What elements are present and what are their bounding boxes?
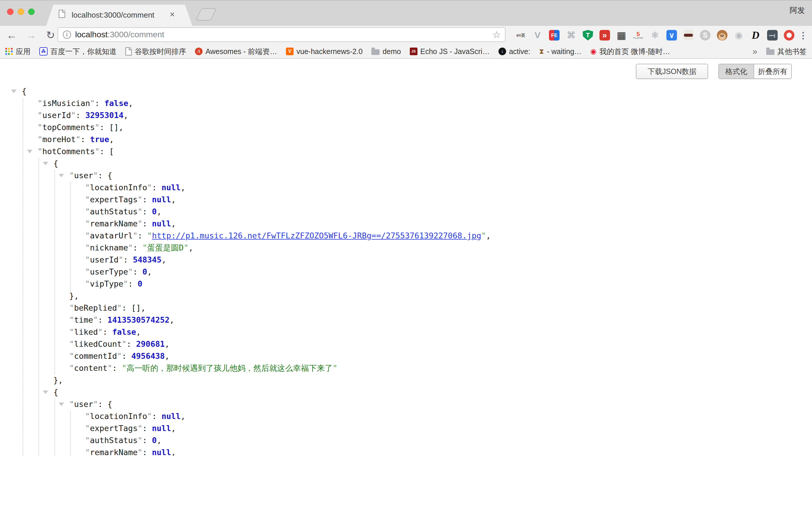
json-punctuation: }, [53,375,63,384]
fullscreen-window-button[interactable] [28,8,35,15]
json-value: 1413530574252 [108,315,169,324]
json-line: "user": { [0,169,812,181]
json-line: "userId": 548345, [0,254,812,266]
json-punctuation: , [124,111,128,120]
json-punctuation: , [180,412,185,421]
json-punctuation: , [165,351,169,361]
json-punctuation: , [171,448,176,456]
json-line: "locationInfo": null, [0,181,812,194]
json-punctuation: : { [98,171,112,180]
json-key: locationInfo [90,412,147,421]
json-value: 0 [152,207,157,216]
json-punctuation: : [76,111,85,120]
json-punctuation: : [128,279,138,288]
json-punctuation: : [152,183,162,192]
json-punctuation: : [152,412,162,421]
json-value: 32953014 [85,111,124,120]
json-punctuation: , [171,219,176,228]
json-punctuation: : [], [122,303,146,312]
collapse-arrow-icon[interactable] [59,403,64,406]
tab-title: localhost:3000/comment [71,10,154,20]
json-key: liked [74,327,98,337]
json-punctuation: : [122,351,132,361]
json-punctuation: : [103,327,112,337]
json-line: "topComments": [], [0,121,812,133]
json-punctuation: , [157,436,162,445]
json-punctuation: : [142,436,152,445]
json-punctuation: , [109,135,114,144]
json-line: }, [0,374,812,386]
json-line: "commentId": 4956438, [0,350,812,362]
json-punctuation: { [22,87,26,96]
json-line: "authStatus": 0, [0,434,812,446]
json-value: null [152,448,171,456]
json-key: authStatus [90,207,138,216]
json-value: 0 [152,436,157,445]
json-punctuation: : [142,448,152,456]
json-line: "isMusician": false, [0,97,812,109]
json-line: "user": { [0,398,812,410]
json-value: 548345 [133,255,162,264]
tab-close-icon[interactable]: × [170,10,175,19]
json-value: 0 [142,267,147,276]
json-value: false [105,99,128,108]
json-punctuation: , [162,255,166,264]
json-punctuation: : [98,315,108,324]
json-punctuation: , [128,99,133,108]
json-punctuation: , [165,339,169,348]
json-key: user [74,400,93,409]
json-line: { [0,158,812,169]
json-line: "expertTags": null, [0,194,812,205]
new-tab-button[interactable] [196,8,216,21]
collapse-arrow-icon[interactable] [11,90,17,93]
json-link[interactable]: http://p1.music.126.net/FwTFLzZFZOZO5WFL… [152,231,482,240]
json-key: nickname [90,243,128,252]
json-key: remarkName [90,448,138,456]
json-punctuation: , [188,243,193,252]
json-value: null [152,219,171,228]
json-punctuation: , [486,231,491,240]
json-punctuation: }, [69,291,79,301]
collapse-arrow-icon[interactable] [43,391,48,394]
json-viewer: {"isMusician": false,"userId": 32953014,… [0,26,812,456]
json-key: authStatus [90,436,138,445]
collapse-arrow-icon[interactable] [27,150,32,153]
close-window-button[interactable] [7,8,13,15]
json-punctuation: : [ [99,147,114,156]
json-key: avatarUrl [90,231,133,240]
json-punctuation: : [133,267,143,276]
json-value: null [162,412,180,421]
json-key: userId [90,255,119,264]
json-punctuation: : [142,424,152,433]
json-punctuation: : [95,99,105,108]
json-key: vipType [90,279,123,288]
json-line: "content": "高一听的，那时候遇到了孩儿他妈，然后就这么幸福下来了" [0,362,812,374]
json-punctuation: , [171,195,176,204]
json-key: isMusician [42,99,90,108]
json-value: false [112,327,136,337]
tab-bar: localhost:3000/comment × 阿发 [0,0,812,26]
json-line: "hotComments": [ [0,145,812,158]
collapse-arrow-icon[interactable] [59,174,64,177]
json-line: "remarkName": null, [0,446,812,456]
json-value: null [162,183,180,192]
json-punctuation: : [133,243,143,252]
json-value: null [152,195,171,204]
json-key: hotComments [42,147,95,156]
json-key: locationInfo [90,183,147,192]
json-line: "locationInfo": null, [0,410,812,422]
json-key: content [74,364,108,373]
json-line: "vipType": 0 [0,278,812,290]
minimize-window-button[interactable] [18,8,24,15]
json-punctuation: { [53,159,58,168]
json-line: "userType": 0, [0,266,812,278]
json-punctuation: , [180,183,185,192]
json-line: "nickname": "蛋蛋是圆D", [0,241,812,254]
profile-name[interactable]: 阿发 [790,5,805,16]
json-key: moreHot [42,135,76,144]
collapse-arrow-icon[interactable] [43,162,48,165]
json-punctuation: , [136,327,141,337]
tab-favicon-icon [59,10,65,18]
json-key: expertTags [90,424,138,433]
json-key: time [74,315,93,324]
